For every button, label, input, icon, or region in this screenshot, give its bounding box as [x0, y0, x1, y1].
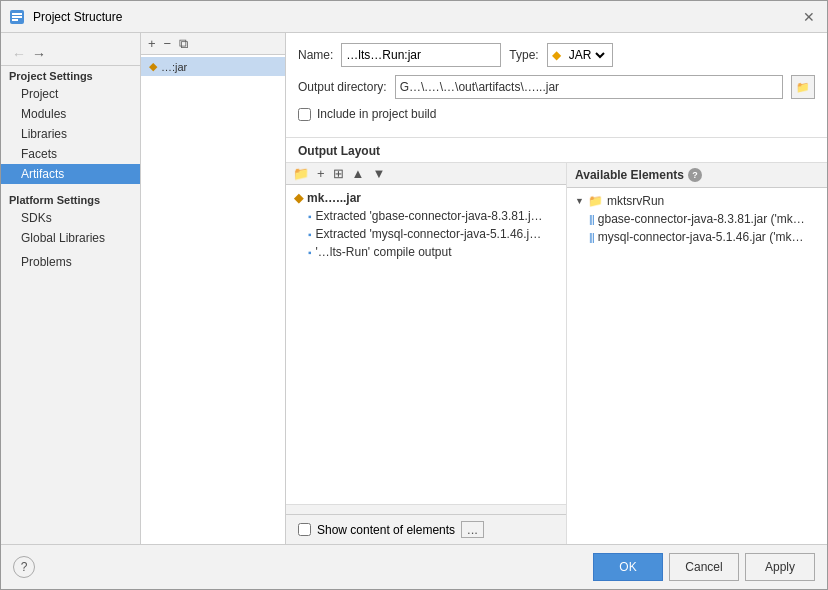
output-tree-toolbar: 📁 + ⊞ ▲ ▼ — [286, 163, 566, 185]
available-help-icon[interactable]: ? — [688, 168, 702, 182]
tree-extracted1-label: Extracted 'gbase-connector-java-8.3.81.j… — [316, 209, 543, 223]
avail-item-mysql[interactable]: ||| mysql-connector-java-5.1.46.jar ('mk… — [567, 228, 827, 246]
avail-jar-icon-1: ||| — [589, 214, 594, 225]
show-content-checkbox[interactable] — [298, 523, 311, 536]
footer-left: ? — [13, 556, 35, 578]
include-checkbox-row: Include in project build — [298, 107, 815, 121]
include-checkbox[interactable] — [298, 108, 311, 121]
sidebar-item-artifacts[interactable]: Artifacts — [1, 164, 140, 184]
ok-button[interactable]: OK — [593, 553, 663, 581]
tree-down-button[interactable]: ▼ — [369, 166, 388, 181]
artifact-toolbar: + − ⧉ — [141, 33, 285, 55]
avail-item-gbase[interactable]: ||| gbase-connector-java-8.3.81.jar ('mk… — [567, 210, 827, 228]
dialog-icon — [9, 9, 25, 25]
nav-section: ← → — [1, 41, 140, 66]
available-elements-panel: Available Elements ? ▼ 📁 mktsrvRun ||| — [567, 163, 827, 544]
sidebar-item-project[interactable]: Project — [1, 84, 140, 104]
type-select-wrapper: ◆ JAR — [547, 43, 613, 67]
help-icon: ? — [21, 560, 28, 574]
output-layout-content: 📁 + ⊞ ▲ ▼ ◆ mk…...jar ▪ — [286, 162, 827, 544]
tree-root-label: mk…...jar — [307, 191, 361, 205]
svg-rect-2 — [12, 16, 22, 18]
tree-compile-item[interactable]: ▪ '…lts-Run' compile output — [286, 243, 566, 261]
artifact-jar-icon: ◆ — [149, 60, 157, 73]
right-panel: Name: Type: ◆ JAR Output directory: 📁 — [286, 33, 827, 544]
type-select[interactable]: JAR — [565, 47, 608, 63]
title-bar-left: Project Structure — [9, 9, 122, 25]
tree-extracted1-icon: ▪ — [308, 211, 312, 222]
name-label: Name: — [298, 48, 333, 62]
sidebar-item-modules[interactable]: Modules — [1, 104, 140, 124]
available-content: ▼ 📁 mktsrvRun ||| gbase-connector-java-8… — [567, 188, 827, 544]
svg-rect-1 — [12, 13, 22, 15]
tree-folder-button[interactable]: 📁 — [290, 166, 312, 181]
browse-button[interactable]: 📁 — [791, 75, 815, 99]
svg-rect-3 — [12, 19, 18, 21]
sidebar-item-problems[interactable]: Problems — [1, 252, 140, 272]
help-button[interactable]: ? — [13, 556, 35, 578]
more-button[interactable]: ... — [461, 521, 484, 538]
artifact-label: …:jar — [161, 61, 187, 73]
name-row: Name: Type: ◆ JAR — [298, 43, 815, 67]
apply-button[interactable]: Apply — [745, 553, 815, 581]
sidebar-item-libraries[interactable]: Libraries — [1, 124, 140, 144]
tree-extracted2-item[interactable]: ▪ Extracted 'mysql-connector-java-5.1.46… — [286, 225, 566, 243]
type-label: Type: — [509, 48, 538, 62]
avail-jar-icon-2: ||| — [589, 232, 594, 243]
tree-extracted1-item[interactable]: ▪ Extracted 'gbase-connector-java-8.3.81… — [286, 207, 566, 225]
sidebar: ← → Project Settings Project Modules Lib… — [1, 33, 141, 544]
dialog-title: Project Structure — [33, 10, 122, 24]
sidebar-item-facets[interactable]: Facets — [1, 144, 140, 164]
avail-group-label: mktsrvRun — [607, 194, 664, 208]
back-button[interactable]: ← — [9, 45, 29, 63]
available-elements-label: Available Elements — [575, 168, 684, 182]
tree-grid-button[interactable]: ⊞ — [330, 166, 347, 181]
close-button[interactable]: ✕ — [799, 8, 819, 26]
footer-right: OK Cancel Apply — [593, 553, 815, 581]
project-structure-dialog: Project Structure ✕ ← → Project Settings… — [0, 0, 828, 590]
artifact-list: ◆ …:jar — [141, 55, 285, 544]
name-input[interactable] — [341, 43, 501, 67]
chevron-down-icon: ▼ — [575, 196, 584, 206]
show-content-label: Show content of elements — [317, 523, 455, 537]
tree-compile-label: '…lts-Run' compile output — [316, 245, 452, 259]
output-layout-header: Output Layout — [286, 138, 827, 162]
tree-extracted2-label: Extracted 'mysql-connector-java-5.1.46.j… — [316, 227, 542, 241]
avail-group-folder-icon: 📁 — [588, 194, 603, 208]
tree-root-item[interactable]: ◆ mk…...jar — [286, 189, 566, 207]
include-label: Include in project build — [317, 107, 436, 121]
remove-artifact-button[interactable]: − — [161, 36, 175, 51]
output-dir-input[interactable] — [395, 75, 783, 99]
tree-add-button[interactable]: + — [314, 166, 328, 181]
tree-extracted2-icon: ▪ — [308, 229, 312, 240]
tree-up-button[interactable]: ▲ — [349, 166, 368, 181]
platform-settings-label: Platform Settings — [1, 188, 140, 208]
forward-button[interactable]: → — [29, 45, 49, 63]
output-tree-panel: 📁 + ⊞ ▲ ▼ ◆ mk…...jar ▪ — [286, 163, 567, 544]
project-settings-label: Project Settings — [1, 66, 140, 84]
title-bar: Project Structure ✕ — [1, 1, 827, 33]
artifact-form: Name: Type: ◆ JAR Output directory: 📁 — [286, 33, 827, 138]
sidebar-item-global-libraries[interactable]: Global Libraries — [1, 228, 140, 248]
footer: ? OK Cancel Apply — [1, 544, 827, 589]
show-content-bar: Show content of elements ... — [286, 514, 566, 544]
cancel-button[interactable]: Cancel — [669, 553, 739, 581]
output-dir-row: Output directory: 📁 — [298, 75, 815, 99]
dialog-body: ← → Project Settings Project Modules Lib… — [1, 33, 827, 544]
output-layout-section: Output Layout 📁 + ⊞ ▲ ▼ ◆ — [286, 138, 827, 544]
sidebar-item-sdks[interactable]: SDKs — [1, 208, 140, 228]
copy-artifact-button[interactable]: ⧉ — [176, 36, 191, 51]
add-artifact-button[interactable]: + — [145, 36, 159, 51]
avail-item-gbase-label: gbase-connector-java-8.3.81.jar ('mk… — [598, 212, 805, 226]
avail-group-mktsrvrun[interactable]: ▼ 📁 mktsrvRun — [567, 192, 827, 210]
artifact-item[interactable]: ◆ …:jar — [141, 57, 285, 76]
available-elements-header: Available Elements ? — [567, 163, 827, 188]
output-dir-label: Output directory: — [298, 80, 387, 94]
folder-browse-icon: 📁 — [796, 81, 810, 94]
tree-compile-icon: ▪ — [308, 247, 312, 258]
avail-item-mysql-label: mysql-connector-java-5.1.46.jar ('mk… — [598, 230, 804, 244]
tree-scrollbar — [286, 504, 566, 514]
artifact-list-panel: + − ⧉ ◆ …:jar — [141, 33, 286, 544]
tree-root-jar-icon: ◆ — [294, 191, 303, 205]
output-tree-content: ◆ mk…...jar ▪ Extracted 'gbase-connector… — [286, 185, 566, 504]
